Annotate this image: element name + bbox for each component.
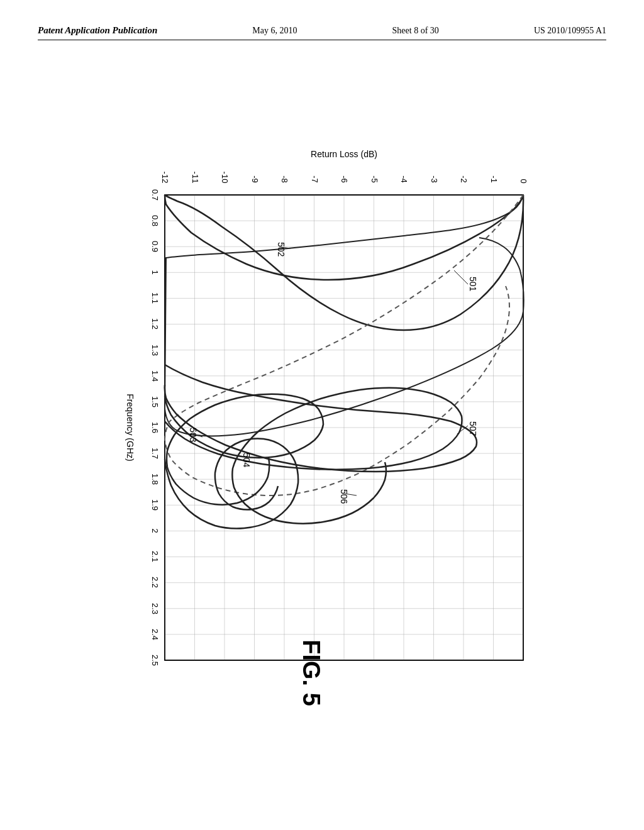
x-tick-13: 1.3 — [150, 345, 160, 356]
y-tick-3: -3 — [430, 175, 439, 183]
x-axis-label: Frequency (GHz) — [125, 394, 135, 461]
publication-date: May 6, 2010 — [252, 26, 297, 36]
label-507: 507 — [468, 421, 478, 436]
publication-title: Patent Application Publication — [38, 25, 157, 36]
label-506: 506 — [339, 489, 349, 504]
y-tick-10: -10 — [220, 172, 230, 184]
y-tick-7: -7 — [310, 175, 319, 183]
x-tick-08: 0.8 — [150, 215, 160, 226]
y-tick-5: -5 — [370, 175, 379, 183]
x-tick-25: 2.5 — [150, 655, 160, 666]
sheet-info: Sheet 8 of 30 — [392, 26, 439, 36]
x-tick-20: 2 — [150, 528, 160, 533]
x-tick-15: 1.5 — [150, 396, 160, 407]
x-tick-07: 0.7 — [150, 189, 160, 201]
y-tick-2: -2 — [459, 175, 469, 183]
label-502: 502 — [276, 242, 286, 257]
figure-inner: 0.7 0.8 0.9 1 1.1 1.2 1.3 1.4 1.5 1.6 1.… — [64, 88, 580, 767]
chart-wrapper: 0.7 0.8 0.9 1 1.1 1.2 1.3 1.4 1.5 1.6 1.… — [102, 145, 542, 711]
label-504: 504 — [242, 453, 252, 468]
x-tick-23: 2.3 — [150, 603, 160, 614]
x-tick-14: 1.4 — [150, 370, 160, 382]
y-tick-4: -4 — [399, 175, 409, 183]
y-tick-1: -1 — [489, 175, 499, 183]
x-tick-24: 2.4 — [150, 629, 160, 640]
y-tick-0: 0 — [519, 179, 528, 183]
y-tick-12: -12 — [160, 172, 170, 184]
x-tick-10: 1 — [150, 270, 160, 274]
page-header: Patent Application Publication May 6, 20… — [38, 25, 606, 40]
y-axis-label: Return Loss (dB) — [311, 149, 377, 159]
y-tick-6: -6 — [340, 175, 349, 183]
x-tick-11: 1.1 — [150, 292, 160, 304]
label-501: 501 — [468, 277, 478, 292]
x-tick-22: 2.2 — [150, 577, 160, 588]
x-tick-12: 1.2 — [150, 318, 160, 329]
figure-label: FIG. 5 — [298, 639, 325, 706]
x-tick-17: 1.7 — [150, 448, 160, 459]
x-tick-19: 1.9 — [150, 499, 160, 511]
y-tick-11: -11 — [191, 172, 200, 184]
y-tick-9: -9 — [250, 175, 260, 183]
x-tick-09: 0.9 — [150, 241, 160, 252]
y-tick-8: -8 — [280, 175, 289, 183]
x-tick-21: 2.1 — [150, 551, 160, 562]
x-tick-16: 1.6 — [150, 422, 160, 433]
x-tick-18: 1.8 — [150, 473, 160, 485]
chart-svg: 0.7 0.8 0.9 1 1.1 1.2 1.3 1.4 1.5 1.6 1.… — [102, 145, 542, 711]
patent-number: US 2010/109955 A1 — [534, 26, 606, 36]
figure-container: 0.7 0.8 0.9 1 1.1 1.2 1.3 1.4 1.5 1.6 1.… — [38, 75, 606, 780]
